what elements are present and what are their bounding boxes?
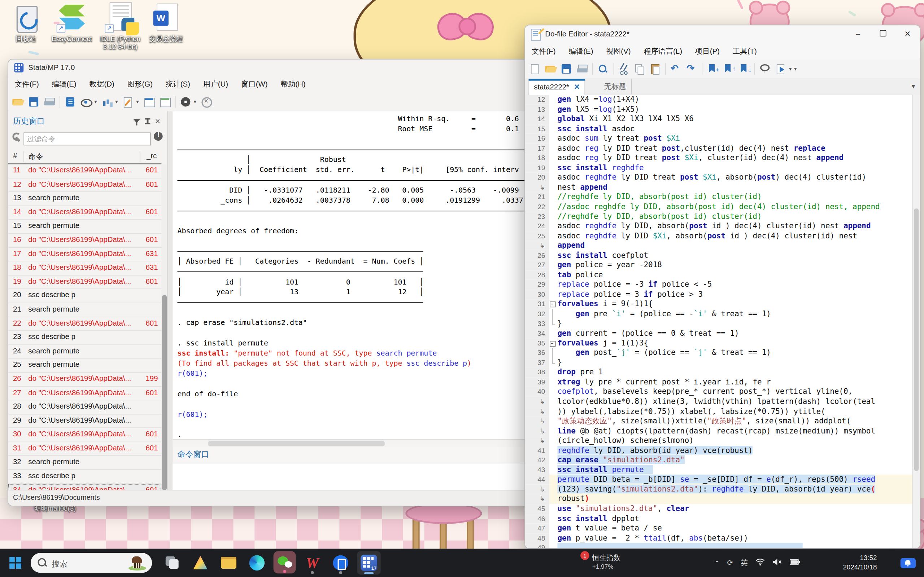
history-row[interactable]: 14do "C:\Users\86199\AppData\...601 [8,206,162,220]
taskbar-app-edge-browser[interactable] [245,551,268,574]
taskbar-app-task-view[interactable] [160,551,184,574]
code-editor[interactable]: 12gen lX4 =log(1+X4)13gen lX5 =log(1+X5)… [525,95,920,548]
ime-indicator[interactable]: 英 [741,558,748,568]
volume-mute-icon[interactable] [772,558,782,567]
history-row[interactable]: 18do "C:\Users\86199\AppData\...631 [8,261,162,276]
desktop-icon-1[interactable]: 回收站 [1,3,50,43]
notification-bell-badge[interactable] [901,558,916,568]
desktop-icon-2[interactable]: ↗EasyConnect [47,3,97,43]
doedit-icon[interactable] [122,96,134,108]
tab-[interactable]: 无标题 [599,79,631,94]
results-link[interactable]: r(601); [177,369,208,377]
wrench-icon[interactable] [11,131,21,141]
break-icon[interactable] [200,96,212,108]
eye-caret-icon[interactable]: ▾ [94,99,97,105]
results-link[interactable]: search permute [376,349,437,357]
stata-menu-7[interactable]: 窗口(W) [234,76,274,93]
stata-menu-8[interactable]: 帮助(H) [274,76,312,93]
battery-icon[interactable] [790,559,800,567]
dofile-menu-1[interactable]: 文件(F) [525,43,562,60]
dofile-menu-2[interactable]: 编辑(E) [562,43,600,60]
paste-icon[interactable] [649,63,661,75]
taskbar-search[interactable] [31,553,152,573]
pin-icon[interactable] [142,117,152,127]
results-link[interactable]: ssc describe p [406,359,467,367]
results-link[interactable]: r(601); [177,410,208,418]
history-row[interactable]: 17do "C:\Users\86199\AppData\...631 [8,248,162,262]
editor-scrollbar[interactable] [912,95,920,548]
stata-menu-1[interactable]: 文件(F) [8,76,45,93]
history-row[interactable]: 16do "C:\Users\86199\AppData\...601 [8,234,162,248]
copy-icon[interactable] [633,63,645,75]
tab-list-caret-icon[interactable]: ▼ [911,83,916,89]
results-hscrollbar[interactable] [173,439,538,448]
history-scrollbar[interactable] [162,164,167,490]
history-row[interactable]: 20ssc describe p [8,289,162,303]
tab-stata2222[interactable]: stata2222*✕ [528,79,585,96]
open-folder-icon[interactable] [544,63,557,75]
bm-up-icon[interactable] [723,63,735,75]
dofile-menu-4[interactable]: 程序语言(L) [637,43,689,60]
bm-add-icon[interactable] [707,63,719,75]
taskbar-app-file-explorer[interactable] [217,551,241,574]
dofile-menu-3[interactable]: 视图(V) [599,43,637,60]
taskbar-clock[interactable]: 13:52 2024/10/18 [843,553,877,572]
history-row[interactable]: 30do "C:\Users\86199\AppData\...601 [8,428,162,442]
history-row[interactable]: 34do "C:\Users\86199\AppData\...601 [8,484,162,490]
dofile-titlebar[interactable]: Do-file Editor - stata2222* – ✕ [525,25,920,43]
history-row[interactable]: 12do "C:\Users\86199\AppData\...601 [8,178,162,192]
error-filter-icon[interactable] [153,131,162,141]
taskbar-app-wps[interactable]: W [300,551,324,574]
graph-icon[interactable] [101,96,113,108]
grid-icon[interactable] [143,96,155,108]
stata-menu-6[interactable]: 用户(U) [197,76,234,93]
taskbar-app-triangle-app[interactable] [188,551,212,574]
history-row[interactable]: 28do "C:\Users\86199\AppData\... [8,400,162,414]
sync-tray-icon[interactable]: ⟳ [727,559,733,567]
prev-icon[interactable] [759,63,771,75]
taskbar-app-wechat[interactable] [274,551,296,574]
open-folder-icon[interactable] [12,96,24,108]
print-icon[interactable] [577,63,588,75]
cut-icon[interactable] [617,63,630,75]
taskbar-app-stata-17[interactable]: 17 [357,551,380,574]
doedit-caret-icon[interactable]: ▾ [136,99,139,105]
minimize-button[interactable]: – [846,25,871,43]
history-row[interactable]: 26do "C:\Users\86199\AppData\...199 [8,372,162,387]
filter-icon[interactable] [132,117,142,127]
save-icon[interactable] [28,96,40,108]
wifi-icon[interactable] [756,558,765,567]
history-row[interactable]: 11do "C:\Users\86199\AppData\...601 [8,164,162,179]
stata-titlebar[interactable]: Stata/MP 17.0 [8,60,538,76]
print-icon[interactable] [44,96,56,108]
close-button[interactable]: ✕ [895,25,920,43]
results-window[interactable]: Within R-sq. = 0.6 Root MSE = 0.1 │ Robu… [173,111,538,439]
start-button[interactable] [10,557,21,569]
desktop-icon-3[interactable]: ↗IDLE (Python 3.12 64-bit) [95,3,145,51]
command-input[interactable] [173,463,538,490]
exec-icon[interactable] [775,63,787,75]
search-input[interactable] [50,556,118,571]
dofile-menu-6[interactable]: 工具(T) [726,43,763,60]
stata-menu-5[interactable]: 统计(S) [159,76,197,93]
bm-dn-icon[interactable] [738,63,750,75]
history-column-headers[interactable]: # 命令 _rc [8,150,162,164]
taskbar-app-phone-link[interactable] [329,551,352,574]
history-row[interactable]: 15search permute [8,220,162,234]
redo-icon[interactable] [686,63,698,75]
exec-caret-icon[interactable]: ▾ [789,66,792,72]
find-icon[interactable] [597,63,609,75]
log-icon[interactable] [64,96,76,108]
history-row[interactable]: 24search permute [8,345,162,359]
history-filter-input[interactable] [23,132,151,145]
save-icon[interactable] [561,63,572,75]
maximize-button[interactable] [870,25,895,43]
history-row[interactable]: 29do "C:\Users\86199\AppData\... [8,414,162,429]
history-row[interactable]: 22do "C:\Users\86199\AppData\...601 [8,317,162,331]
stata-menu-3[interactable]: 数据(D) [83,76,121,93]
history-row[interactable]: 13search permute [8,192,162,206]
new-icon[interactable] [528,63,540,75]
undo-icon[interactable] [670,63,682,75]
stata-menu-4[interactable]: 图形(G) [121,76,159,93]
history-row[interactable]: 25search permute [8,359,162,373]
